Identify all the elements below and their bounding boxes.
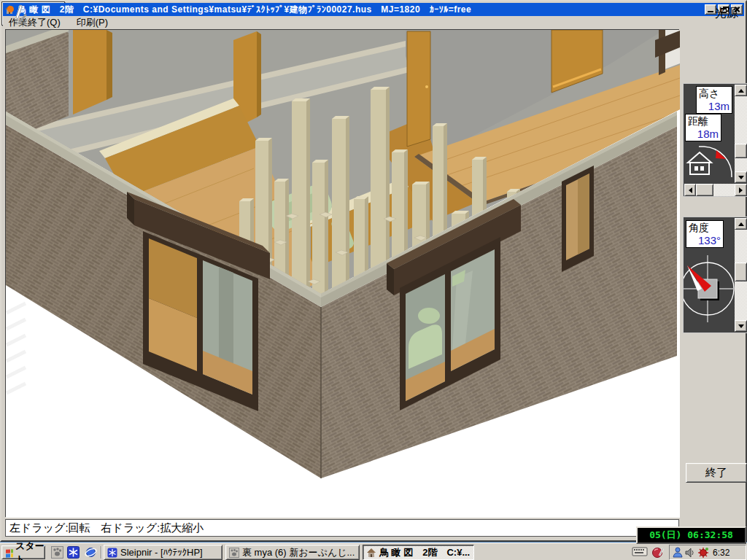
exit-button[interactable]: 終了 bbox=[686, 463, 747, 483]
house-body-icon bbox=[690, 163, 709, 174]
height-distance-panel: 高さ 13m 距離 18m bbox=[683, 83, 747, 197]
angle-scroll-up[interactable] bbox=[735, 218, 747, 230]
height-box: 高さ 13m bbox=[696, 86, 732, 114]
distance-scroll-right[interactable] bbox=[735, 184, 747, 196]
angle-scroll-down[interactable] bbox=[735, 320, 747, 332]
height-scroll-thumb[interactable] bbox=[735, 144, 747, 158]
view-position-diagram bbox=[685, 144, 735, 183]
distance-box: 距離 18m bbox=[685, 114, 721, 141]
angle-value: 133° bbox=[689, 234, 721, 246]
taskbar-task-mya[interactable]: 裏 mya (6) 新おーぷんじ... bbox=[225, 545, 360, 560]
task-label: 鳥 瞰 図 2階 C:¥... bbox=[379, 546, 470, 559]
angle-dial[interactable] bbox=[684, 252, 735, 330]
windows-flag-icon bbox=[4, 548, 13, 558]
drag-hint-text: 左ドラッグ:回転 右ドラッグ:拡大縮小 bbox=[9, 521, 204, 534]
paw-icon bbox=[229, 548, 239, 558]
height-scroll-track[interactable] bbox=[735, 96, 747, 171]
sleipnir-icon[interactable] bbox=[67, 546, 80, 559]
distance-scroll-thumb[interactable] bbox=[696, 184, 713, 196]
ie-globe-icon[interactable] bbox=[85, 546, 97, 559]
light-source-label: 光源 bbox=[715, 6, 738, 21]
height-value: 13m bbox=[699, 100, 729, 112]
taskbar-divider bbox=[101, 546, 102, 559]
angle-box: 角度 133° bbox=[686, 220, 724, 248]
window-title: 鳥 瞰 図 2階 C:¥Documents and Settings¥matsu… bbox=[18, 4, 471, 16]
paw-icon[interactable] bbox=[51, 546, 63, 559]
sleipnir-icon bbox=[107, 548, 117, 558]
distance-scroll-track[interactable] bbox=[713, 184, 735, 196]
ime-ball-icon[interactable] bbox=[651, 546, 665, 559]
height-scroll-up[interactable] bbox=[735, 85, 747, 96]
antivirus-icon[interactable] bbox=[697, 547, 709, 559]
window-narrow bbox=[562, 166, 594, 272]
light-dot-icon bbox=[7, 6, 14, 12]
start-button[interactable]: スタート bbox=[1, 545, 45, 559]
angle-label: 角度 bbox=[689, 222, 709, 233]
tray-clock[interactable]: 6:32 bbox=[713, 548, 729, 558]
menu-bar: 作業終了(Q) 印刷(P) bbox=[3, 16, 744, 29]
distance-label: 距離 bbox=[688, 115, 708, 127]
height-label: 高さ bbox=[699, 88, 719, 99]
3d-scene[interactable] bbox=[6, 30, 680, 518]
task-label: 裏 mya (6) 新おーぷんじ... bbox=[242, 546, 355, 559]
house-icon bbox=[366, 548, 376, 558]
angle-scroll-thumb[interactable] bbox=[735, 262, 747, 281]
status-bar: 左ドラッグ:回転 右ドラッグ:拡大縮小 bbox=[5, 519, 679, 537]
minimize-icon bbox=[708, 11, 713, 12]
keyboard-icon[interactable] bbox=[632, 546, 648, 557]
height-scroll-down[interactable] bbox=[735, 171, 747, 183]
3d-viewport[interactable] bbox=[5, 29, 679, 517]
angle-panel: 角度 133° bbox=[683, 217, 747, 333]
start-label: スタート bbox=[15, 540, 44, 560]
menu-item-print[interactable]: 印刷(P) bbox=[77, 16, 108, 29]
taskbar-task-sleipnir[interactable]: Sleipnir - [ﾊｳﾃｯｸHP] bbox=[104, 545, 222, 560]
speaker-icon[interactable] bbox=[685, 548, 695, 558]
title-bar[interactable]: 鳥 瞰 図 2階 C:¥Documents and Settings¥matsu… bbox=[3, 3, 744, 16]
taskbar-task-birdview[interactable]: 鳥 瞰 図 2階 C:¥... bbox=[363, 545, 474, 560]
user-icon[interactable] bbox=[673, 547, 683, 558]
os-taskbar: スタート Sleipnir - [ﾊｳﾃｯｸHP] bbox=[0, 542, 747, 560]
view-direction-arrow bbox=[716, 150, 726, 159]
application-window: 鳥 瞰 図 2階 C:¥Documents and Settings¥matsu… bbox=[0, 0, 747, 542]
distance-scroll-left[interactable] bbox=[684, 184, 696, 196]
clock-popup: 05(日) 06:32:58 bbox=[636, 526, 746, 544]
task-label: Sleipnir - [ﾊｳﾃｯｸHP] bbox=[120, 547, 203, 558]
system-tray: 6:32 bbox=[669, 545, 746, 560]
distance-value: 18m bbox=[688, 128, 719, 140]
house-roof-icon bbox=[688, 152, 711, 163]
